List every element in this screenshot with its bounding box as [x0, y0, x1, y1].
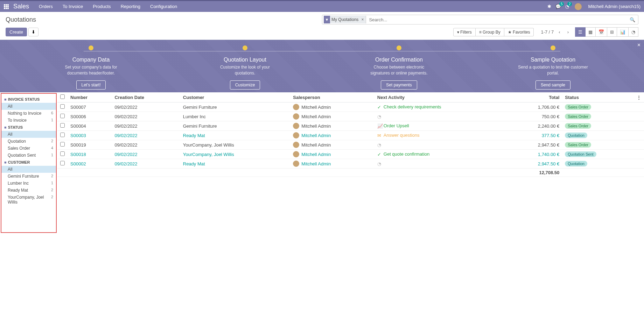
status-badge: Sales Order — [565, 123, 591, 129]
cell-activity: ✉Answer questions — [374, 131, 510, 140]
nav-to-invoice[interactable]: To Invoice — [63, 4, 83, 9]
user-name[interactable]: Mitchell Admin (search15) — [588, 4, 640, 9]
activity-icon[interactable]: ◔ — [377, 161, 382, 166]
row-checkbox[interactable] — [60, 133, 65, 137]
row-checkbox[interactable] — [60, 104, 65, 109]
search-icon[interactable]: 🔍 — [628, 17, 637, 22]
col-options-icon[interactable]: ⋮ — [634, 92, 644, 102]
table-row[interactable]: S00006 09/02/2022 Lumber Inc Mitchell Ad… — [57, 112, 644, 121]
step-dot-icon — [397, 45, 401, 50]
sidebar-item[interactable]: Ready Mat2 — [1, 187, 56, 194]
messages-icon[interactable]: 💬5 — [555, 4, 561, 9]
nav-reporting[interactable]: Reporting — [121, 4, 140, 9]
sidebar-item[interactable]: Quotation2 — [1, 138, 56, 145]
sidebar-item-label: Sales Order — [8, 146, 30, 151]
activity-icon[interactable]: ✉ — [377, 133, 382, 138]
activity-icon[interactable]: ◔ — [377, 142, 382, 148]
quotations-table: NumberCreation DateCustomerSalespersonNe… — [57, 92, 644, 177]
sidebar-item[interactable]: YourCompany, Joel Willis2 — [1, 194, 56, 206]
view-pivot-icon[interactable]: ⊞ — [607, 27, 617, 37]
view-activity-icon[interactable]: ◔ — [629, 27, 638, 37]
pager-next-icon[interactable]: › — [565, 28, 571, 36]
view-kanban-icon[interactable]: ▦ — [586, 27, 596, 37]
cell-total: 377.50 € — [510, 131, 562, 140]
user-avatar[interactable] — [575, 3, 582, 10]
activity-icon[interactable]: ✓ — [377, 105, 382, 110]
favorites-dropdown[interactable]: ★ Favorites — [504, 28, 534, 36]
activities-icon[interactable]: ◔2 — [565, 4, 569, 9]
col-salesperson[interactable]: Salesperson — [290, 92, 374, 102]
cell-customer: YourCompany, Joel Willis — [180, 140, 290, 150]
col-creation-date[interactable]: Creation Date — [112, 92, 180, 102]
download-button[interactable]: ⬇ — [28, 28, 38, 36]
sidebar-item[interactable]: Lumber Inc1 — [1, 180, 56, 187]
sidebar-group-header[interactable]: ■ INVOICE STATUS — [1, 96, 56, 103]
nav-menu: OrdersTo InvoiceProductsReportingConfigu… — [39, 4, 187, 9]
cell-date: 09/02/2022 — [112, 112, 180, 121]
bug-icon[interactable]: ✱ — [547, 4, 551, 9]
cell-date: 09/02/2022 — [112, 121, 180, 131]
sidebar-item[interactable]: Quotation Sent1 — [1, 152, 56, 159]
search-input[interactable] — [367, 17, 628, 22]
activity-icon[interactable]: ◔ — [377, 114, 382, 119]
view-graph-icon[interactable]: 📊 — [617, 27, 629, 37]
table-row[interactable]: S00007 09/02/2022 Gemini Furniture Mitch… — [57, 102, 644, 112]
view-calendar-icon[interactable]: 📅 — [596, 27, 607, 37]
table-row[interactable]: S00019 09/02/2022 YourCompany, Joel Will… — [57, 140, 644, 150]
svg-rect-0 — [4, 4, 5, 6]
breadcrumb: Quotations — [6, 16, 36, 23]
table-row[interactable]: S00004 09/02/2022 Gemini Furniture Mitch… — [57, 121, 644, 131]
cell-customer: Gemini Furniture — [180, 121, 290, 131]
facet-label: My Quotations — [330, 17, 360, 22]
cell-number: S00006 — [68, 112, 112, 121]
step-button[interactable]: Set payments — [381, 80, 417, 90]
sidebar-item[interactable]: To Invoice1 — [1, 117, 56, 124]
sidebar-item[interactable]: All — [1, 103, 56, 110]
brand-label[interactable]: Sales — [13, 3, 29, 10]
pager-prev-icon[interactable]: ‹ — [556, 28, 562, 36]
sidebar-item[interactable]: Sales Order4 — [1, 145, 56, 152]
apps-icon[interactable] — [4, 4, 9, 9]
row-checkbox[interactable] — [60, 142, 65, 147]
table-row[interactable]: S00002 09/02/2022 Ready Mat Mitchell Adm… — [57, 159, 644, 169]
sidebar-item[interactable]: All — [1, 166, 56, 173]
sidebar-item[interactable]: Gemini Furniture2 — [1, 173, 56, 180]
view-list-icon[interactable]: ☰ — [575, 27, 586, 37]
view-switcher: ☰ ▦ 📅 ⊞ 📊 ◔ — [575, 27, 638, 37]
col-customer[interactable]: Customer — [180, 92, 290, 102]
col-total[interactable]: Total — [510, 92, 562, 102]
step-button[interactable]: Let's start! — [76, 80, 106, 90]
facet-remove-icon[interactable]: × — [360, 17, 365, 22]
col-number[interactable]: Number — [68, 92, 112, 102]
table-row[interactable]: S00003 09/02/2022 Ready Mat Mitchell Adm… — [57, 131, 644, 140]
create-button[interactable]: Create — [6, 28, 27, 36]
table-row[interactable]: S00018 09/02/2022 YourCompany, Joel Will… — [57, 150, 644, 159]
select-all-checkbox[interactable] — [60, 94, 65, 99]
step-button[interactable]: Customize — [230, 80, 260, 90]
col-status[interactable]: Status — [562, 92, 634, 102]
sidebar-item-label: All — [8, 104, 12, 109]
sidebar-group-header[interactable]: ■ CUSTOMER — [1, 159, 56, 166]
sidebar-group-header[interactable]: ■ STATUS — [1, 124, 56, 131]
activity-icon[interactable]: 📈 — [377, 123, 382, 129]
step-title: Company Data — [14, 57, 168, 63]
row-checkbox[interactable] — [60, 151, 65, 156]
row-checkbox[interactable] — [60, 161, 65, 165]
activity-icon[interactable]: ✓ — [377, 152, 382, 157]
step-desc: Set your company's data for documents he… — [56, 64, 126, 76]
nav-configuration[interactable]: Configuration — [150, 4, 177, 9]
filters-dropdown[interactable]: ▾ Filters — [453, 28, 476, 36]
sidebar-item[interactable]: Nothing to Invoice6 — [1, 110, 56, 117]
nav-orders[interactable]: Orders — [39, 4, 53, 9]
nav-products[interactable]: Products — [93, 4, 111, 9]
cell-status: Sales Order — [562, 121, 634, 131]
search-box[interactable]: ▼ My Quotations × 🔍 — [322, 15, 638, 24]
step-button[interactable]: Send sample — [536, 80, 570, 90]
col-next-activity[interactable]: Next Activity — [374, 92, 510, 102]
sidebar-item[interactable]: All — [1, 131, 56, 138]
avatar-icon — [293, 123, 299, 129]
groupby-dropdown[interactable]: ≡ Group By — [476, 28, 504, 36]
sidebar-item-label: Nothing to Invoice — [8, 111, 41, 116]
row-checkbox[interactable] — [60, 123, 65, 128]
row-checkbox[interactable] — [60, 114, 65, 118]
